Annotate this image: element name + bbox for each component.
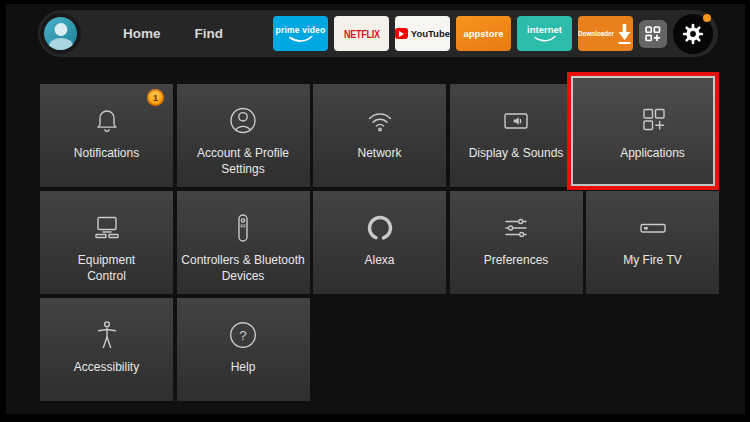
amazon-smile-icon — [532, 36, 558, 43]
tile-label: Preferences — [484, 253, 549, 269]
youtube-play-icon — [395, 28, 408, 39]
remote-icon — [226, 208, 260, 248]
profile-avatar[interactable] — [40, 13, 81, 54]
netflix-app-button[interactable]: NETFLIX — [334, 16, 389, 51]
tile-my-fire-tv[interactable]: My Fire TV — [586, 191, 719, 294]
tile-display-sounds[interactable]: Display & Sounds — [450, 84, 583, 187]
tile-label: Display & Sounds — [469, 146, 564, 162]
nav-home[interactable]: Home — [123, 26, 161, 41]
fire-tv-stick-icon — [636, 208, 670, 248]
tile-controllers-bluetooth[interactable]: Controllers & Bluetooth Devices — [177, 191, 310, 294]
tile-label: Accessibility — [74, 360, 139, 376]
youtube-app-button[interactable]: YouTube — [395, 16, 450, 51]
tile-label: Notifications — [74, 146, 139, 162]
downloader-label: Downloader — [578, 30, 614, 37]
bell-icon — [90, 101, 124, 141]
tile-accessibility[interactable]: Accessibility — [40, 298, 173, 401]
tile-network[interactable]: Network — [313, 84, 446, 187]
sliders-icon — [499, 208, 533, 248]
tile-applications[interactable]: Applications — [586, 84, 719, 187]
tile-alexa[interactable]: Alexa — [313, 191, 446, 294]
tile-label: Controllers & Bluetooth Devices — [180, 253, 306, 284]
tile-notifications[interactable]: 1 Notifications — [40, 84, 173, 187]
notification-count-badge: 1 — [147, 89, 164, 106]
accessibility-icon — [90, 315, 124, 355]
internet-label: internet — [527, 24, 562, 35]
appstore-app-button[interactable]: appstore — [456, 16, 511, 51]
tile-help[interactable]: ? Help — [177, 298, 310, 401]
prime-video-label: prime video — [276, 25, 326, 35]
youtube-label: YouTube — [411, 28, 450, 39]
display-sounds-icon — [499, 101, 533, 141]
amazon-smile-icon — [287, 36, 315, 43]
settings-tile-grid: 1 Notifications Account & Profile Settin… — [40, 84, 719, 401]
download-arrow-icon — [616, 22, 633, 46]
account-profile-icon — [226, 101, 260, 141]
tile-preferences[interactable]: Preferences — [450, 191, 583, 294]
alexa-icon — [363, 208, 397, 248]
tile-label: Account & Profile Settings — [180, 146, 306, 177]
applications-icon — [636, 101, 670, 141]
apps-grid-icon — [643, 24, 663, 44]
appstore-label: appstore — [463, 28, 503, 39]
apps-grid-button[interactable] — [639, 20, 667, 48]
tile-label: Alexa — [364, 253, 394, 269]
settings-alert-dot — [703, 14, 711, 22]
tile-label: My Fire TV — [623, 253, 681, 269]
netflix-label: NETFLIX — [344, 28, 380, 40]
tile-account-profile-settings[interactable]: Account & Profile Settings — [177, 84, 310, 187]
firetv-settings-screen: Home Find prime video NETFLIX YouTube ap… — [0, 0, 750, 422]
app-shortcuts: prime video NETFLIX YouTube appstore int… — [273, 14, 715, 54]
nav-find[interactable]: Find — [195, 26, 224, 41]
tile-label: Applications — [620, 146, 685, 162]
help-icon: ? — [226, 315, 260, 355]
equipment-control-icon — [90, 208, 124, 248]
wifi-icon — [363, 101, 397, 141]
tile-equipment-control[interactable]: Equipment Control — [40, 191, 173, 294]
prime-video-app-button[interactable]: prime video — [273, 16, 328, 51]
avatar-image — [44, 17, 77, 50]
internet-app-button[interactable]: internet — [517, 16, 572, 51]
settings-button[interactable] — [673, 14, 713, 54]
top-navigation-bar: Home Find prime video NETFLIX YouTube ap… — [38, 10, 718, 57]
tile-label: Network — [357, 146, 401, 162]
downloader-app-button[interactable]: Downloader — [578, 16, 633, 51]
tile-label: Equipment Control — [68, 253, 146, 284]
tile-label: Help — [231, 360, 256, 376]
svg-text:?: ? — [239, 328, 247, 343]
